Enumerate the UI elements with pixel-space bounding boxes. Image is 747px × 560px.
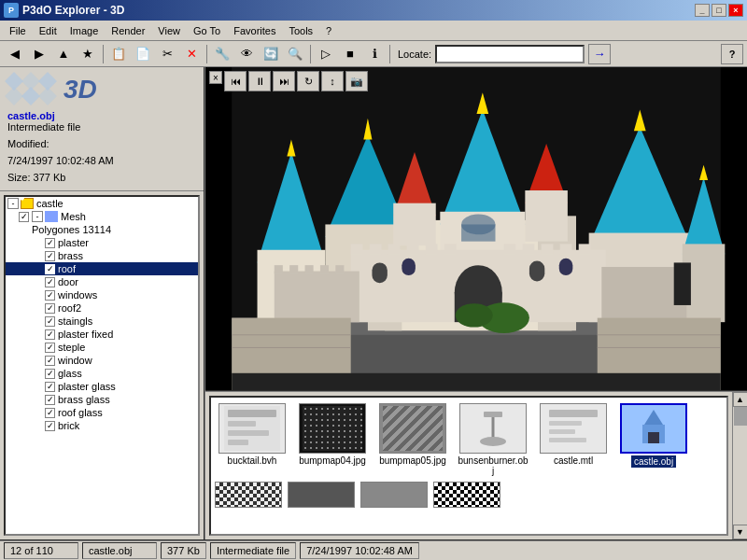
help-button[interactable]: ? [721,44,743,64]
scroll-up-button[interactable]: ▲ [733,392,748,407]
title-bar: P P3dO Explorer - 3D _ □ × [0,0,747,21]
cb-brick[interactable] [45,421,55,431]
tree-item-plaster-fixed[interactable]: plaster fixed [6,328,198,341]
file-thumb-bumpmap05[interactable]: bumpmap05.jpg [375,401,450,478]
viewer-zoom-button[interactable]: ↕ [321,71,344,91]
menu-favorites[interactable]: Favorites [228,23,281,38]
tree-item-brass-glass[interactable]: brass glass [6,393,198,406]
expand-castle[interactable]: - [7,198,19,209]
svg-rect-31 [444,244,457,254]
tree-label-window: window [58,355,92,366]
back-button[interactable]: ◀ [4,44,26,64]
maximize-button[interactable]: □ [712,4,726,17]
viewer-pause-button[interactable]: ⏸ [248,71,271,91]
copy-button[interactable]: 📋 [107,44,130,64]
cb-glass[interactable] [45,369,55,379]
menu-tools[interactable]: Tools [283,23,318,38]
file-thumb-bucktail[interactable]: bucktail.bvh [215,401,289,478]
locate-input[interactable] [435,45,585,63]
cb-roof[interactable] [45,264,55,274]
tree-item-polygones: Polygones 13114 [6,223,198,236]
up-button[interactable]: ▲ [52,44,75,64]
tree-item-roof[interactable]: roof [6,262,198,275]
tree-item-mesh[interactable]: - Mesh [6,210,198,223]
viewer-forward-button[interactable]: ⏭ [273,71,295,91]
paste-button[interactable]: 📄 [132,44,154,64]
tree-item-brass[interactable]: brass [6,249,198,262]
rotate-button[interactable]: 🔄 [260,44,282,64]
tree-item-plaster[interactable]: plaster [6,236,198,249]
menu-file[interactable]: File [4,23,32,38]
file-thumb-bumpmap04[interactable]: bumpmap04.jpg [295,401,370,478]
tree-label-glass: glass [58,368,82,379]
file-thumb-castle-obj[interactable]: castle.obj [616,401,691,478]
cb-roof2[interactable] [45,303,55,314]
tree-item-staingls[interactable]: staingls [6,315,198,328]
cb-brass[interactable] [45,251,55,261]
cb-windows[interactable] [45,290,55,301]
menu-goto[interactable]: Go To [188,23,226,38]
svg-rect-63 [228,410,276,417]
cb-plaster-fixed[interactable] [45,329,55,340]
tree-item-windows[interactable]: windows [6,288,198,301]
tree-item-door[interactable]: door [6,275,198,288]
minimize-button[interactable]: _ [695,4,710,17]
locate-go-button[interactable]: → [588,44,611,64]
tree-item-glass[interactable]: glass [6,367,198,380]
view-button[interactable]: 👁 [235,44,258,64]
partial-thumb-4[interactable] [433,482,500,508]
window-title: P3dO Explorer - 3D [22,4,124,17]
file-thumb-castle-mtl[interactable]: castle.mtl [536,401,611,478]
menu-view[interactable]: View [152,23,186,38]
menu-help[interactable]: ? [320,23,337,38]
tree-item-castle[interactable]: - castle [6,197,198,210]
delete-button[interactable]: ✕ [180,44,203,64]
svg-rect-49 [320,265,329,273]
toolbar-separator-1 [103,45,104,63]
cb-plaster[interactable] [45,238,55,248]
tree-item-steple[interactable]: steple [6,341,198,354]
info-button[interactable]: ℹ [363,44,386,64]
tree-label-polygones: Polygones 13114 [32,224,111,235]
close-button[interactable]: × [728,4,743,17]
cb-roof-glass[interactable] [45,408,55,418]
menu-image[interactable]: Image [64,23,105,38]
play-button[interactable]: ▷ [315,44,337,64]
thumb-img-bumpmap05 [379,403,446,454]
bookmark-button[interactable]: ★ [77,44,99,64]
cb-plaster-glass[interactable] [45,382,55,392]
partial-thumb-3[interactable] [360,482,428,508]
cut-button[interactable]: ✂ [156,44,178,64]
scroll-down-button[interactable]: ▼ [733,525,748,539]
expand-mesh[interactable]: - [32,211,43,222]
menu-render[interactable]: Render [106,23,150,38]
viewer-camera-button[interactable]: 📷 [345,71,368,91]
menu-edit[interactable]: Edit [34,23,63,38]
viewer-rotate-button[interactable]: ↻ [297,71,319,91]
file-thumb-bunsenburner[interactable]: bunsenburner.obj [456,401,530,478]
tree-item-plaster-glass[interactable]: plaster glass [6,380,198,393]
viewer-close-button[interactable]: × [209,71,222,84]
stop-button[interactable]: ■ [339,44,361,64]
cb-staingls[interactable] [45,316,55,327]
cb-mesh[interactable] [19,212,29,222]
scroll-thumb[interactable] [734,407,747,426]
zoom-button[interactable]: 🔍 [284,44,306,64]
tree-item-window[interactable]: window [6,354,198,367]
tree-label-brick: brick [58,420,79,431]
properties-button[interactable]: 🔧 [211,44,233,64]
partial-thumb-2[interactable] [288,482,355,508]
tree-item-roof-glass[interactable]: roof glass [6,406,198,419]
forward-button[interactable]: ▶ [28,44,50,64]
cb-steple[interactable] [45,343,55,353]
viewer-rewind-button[interactable]: ⏮ [224,71,247,91]
right-panel: × ⏮ ⏸ ⏭ ↻ ↕ 📷 [205,67,747,539]
cb-brass-glass[interactable] [45,395,55,405]
cb-window[interactable] [45,356,55,366]
cb-door[interactable] [45,277,55,287]
thumb-label-bunsenburner: bunsenburner.obj [458,455,529,476]
svg-rect-66 [228,440,248,445]
tree-item-roof2[interactable]: roof2 [6,301,198,315]
tree-item-brick[interactable]: brick [6,419,198,432]
partial-thumb-1[interactable] [215,482,282,508]
